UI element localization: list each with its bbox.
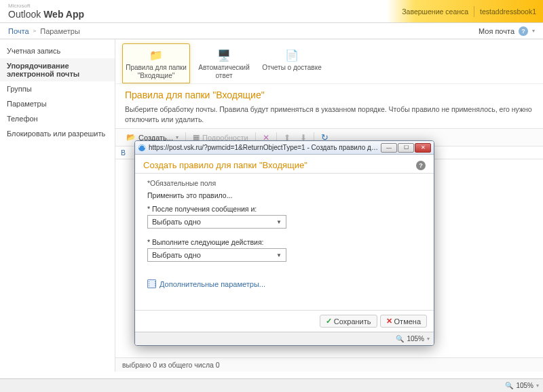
close-button[interactable]: ✕	[415, 143, 431, 153]
chevron-down-icon[interactable]: ▾	[427, 336, 430, 342]
condition-label: * После получения сообщения и:	[147, 205, 422, 213]
action-label: * Выполните следующие действия:	[147, 238, 422, 246]
action-select[interactable]: Выбрать одно ▼	[147, 248, 286, 262]
cross-icon: ✕	[386, 317, 392, 326]
dialog-window-title: https://post.vsk.ru/?pwmcid=1&ReturnObje…	[149, 144, 378, 151]
more-options-icon: ⋮⋮	[147, 279, 156, 288]
tab-autoreply[interactable]: 🖥️ Автоматический ответ	[190, 43, 258, 83]
chevron-down-icon: ▼	[276, 219, 282, 225]
breadcrumb-current: Параметры	[40, 27, 80, 35]
sidebar-item-phone[interactable]: Телефон	[0, 111, 115, 126]
my-mail-link[interactable]: Моя почта	[479, 27, 514, 35]
zoom-level[interactable]: 105%	[516, 382, 533, 389]
condition-select[interactable]: Выбрать одно ▼	[147, 215, 286, 229]
browser-status-bar: 🔍 105% ▾	[0, 378, 543, 392]
sidebar-item-organize-mail[interactable]: Упорядочивание электронной почты	[0, 58, 115, 81]
dialog-titlebar[interactable]: https://post.vsk.ru/?pwmcid=1&ReturnObje…	[135, 141, 434, 155]
section-title: Правила для папки "Входящие"	[115, 83, 543, 104]
chevron-right-icon: >	[33, 28, 37, 34]
zoom-icon[interactable]: 🔍	[396, 335, 404, 342]
tab-inbox-rules[interactable]: 📁 Правила для папки "Входящие"	[122, 43, 190, 83]
dialog-help-icon[interactable]: ?	[416, 161, 426, 170]
ie-favicon-icon	[138, 144, 146, 152]
maximize-button[interactable]: ☐	[398, 143, 414, 153]
monitor-icon: 🖥️	[217, 49, 231, 62]
sidebar-item-settings[interactable]: Параметры	[0, 96, 115, 111]
tab-bar: 📁 Правила для папки "Входящие" 🖥️ Автома…	[115, 39, 543, 83]
dialog-heading: Создать правило для папки "Входящие"	[143, 160, 307, 170]
section-description: Выберите обработку почты. Правила будут …	[115, 104, 543, 128]
dialog-zoom-level[interactable]: 105%	[407, 335, 424, 342]
breadcrumb-mail[interactable]: Почта	[8, 27, 29, 35]
user-name[interactable]: testaddressbook1	[480, 7, 536, 16]
chevron-down-icon: ▼	[276, 252, 282, 258]
sidebar-item-account[interactable]: Учетная запись	[0, 43, 115, 58]
tab-delivery-reports[interactable]: 📄 Отчеты о доставке	[258, 43, 326, 83]
more-options-link[interactable]: ⋮⋮ Дополнительные параметры...	[147, 279, 422, 288]
folder-icon: 📁	[149, 49, 163, 62]
help-icon[interactable]: ?	[519, 26, 528, 36]
breadcrumb: Почта > Параметры Моя почта ? ▾	[0, 23, 543, 39]
settings-sidebar: Учетная запись Упорядочивание электронно…	[0, 39, 115, 372]
app-header: Microsoft Outlook Web App Завершение сеа…	[0, 0, 543, 23]
report-icon: 📄	[285, 49, 299, 62]
sidebar-item-block-allow[interactable]: Блокировать или разрешить	[0, 126, 115, 141]
check-icon: ✓	[326, 317, 332, 326]
brand-logo: Microsoft Outlook Web App	[8, 3, 84, 20]
cancel-button[interactable]: ✕ Отмена	[380, 315, 427, 328]
apply-rule-label: Применить это правило...	[147, 191, 422, 199]
save-button[interactable]: ✓ Сохранить	[320, 315, 377, 328]
new-folder-icon: 📂	[126, 133, 136, 142]
dialog-status-bar: 🔍 105% ▾	[135, 332, 434, 345]
sidebar-item-groups[interactable]: Группы	[0, 81, 115, 96]
user-strip: Завершение сеанса testaddressbook1	[387, 0, 543, 22]
zoom-icon[interactable]: 🔍	[505, 382, 513, 389]
chevron-down-icon[interactable]: ▾	[532, 28, 535, 34]
sign-out-link[interactable]: Завершение сеанса	[402, 7, 468, 16]
chevron-down-icon[interactable]: ▾	[536, 383, 539, 389]
selection-status: выбрано 0 из общего числа 0	[115, 357, 543, 372]
minimize-button[interactable]: —	[381, 143, 397, 153]
required-fields-note: *Обязательные поля	[147, 179, 422, 187]
create-rule-dialog: https://post.vsk.ru/?pwmcid=1&ReturnObje…	[134, 140, 434, 346]
